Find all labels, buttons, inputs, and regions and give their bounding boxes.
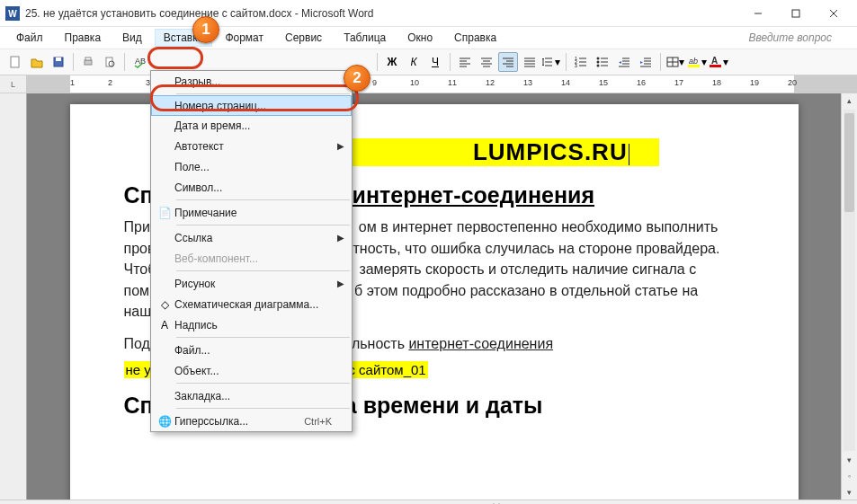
menu-view[interactable]: Вид	[113, 29, 151, 47]
step-badge-2: 2	[344, 65, 370, 92]
align-left-button[interactable]	[455, 52, 475, 72]
save-button[interactable]	[49, 52, 68, 72]
menu-edit[interactable]: Правка	[56, 29, 111, 47]
highlight-color-button[interactable]: ab▾	[687, 52, 707, 72]
svg-text:A: A	[711, 56, 718, 66]
svg-point-40	[597, 61, 600, 64]
menu-item-разрыв[interactable]: Разрыв...	[151, 71, 352, 92]
align-center-button[interactable]	[477, 52, 496, 72]
submenu-arrow-icon: ▶	[337, 279, 348, 288]
menu-separator	[176, 383, 350, 384]
next-page-button[interactable]: ▾	[842, 485, 857, 500]
menu-separator	[176, 199, 350, 200]
borders-button[interactable]: ▾	[665, 52, 685, 72]
minimize-button[interactable]	[740, 1, 776, 26]
underline-button[interactable]: Ч	[425, 52, 445, 72]
align-justify-button[interactable]	[520, 52, 540, 72]
menu-separator	[176, 93, 350, 94]
menu-table[interactable]: Таблица	[335, 29, 395, 47]
svg-point-41	[597, 65, 600, 67]
preview-button[interactable]	[100, 52, 120, 72]
menu-item-рисунок[interactable]: Рисунок▶	[151, 273, 352, 294]
ask-question-box[interactable]: Введите вопрос	[748, 31, 850, 44]
document-area[interactable]: XXXXXXXXXXXXXXXXLUMPICS.RU Спа интернет-…	[27, 93, 841, 500]
menu-item-веб-компонент[interactable]: Веб-компонент...	[151, 248, 352, 269]
menu-item-примечание[interactable]: 📄Примечание	[151, 202, 352, 223]
menu-item-label: Гиперссылка...	[174, 415, 304, 428]
menu-item-icon: ◇	[155, 298, 174, 311]
toolbar: AB Ж К Ч ▾ 123 ▾ ab▾ A▾	[0, 49, 857, 75]
menu-item-закладка[interactable]: Закладка...	[151, 385, 352, 406]
maximize-button[interactable]	[778, 1, 814, 26]
menu-item-label: Примечание	[174, 207, 332, 219]
window-title: 25. не удаётся установить соединение с с…	[25, 7, 740, 20]
menu-window[interactable]: Окно	[398, 29, 442, 47]
svg-rect-57	[688, 65, 700, 67]
open-button[interactable]	[27, 52, 47, 72]
v-ruler[interactable]	[0, 93, 27, 500]
menu-file[interactable]: Файл	[7, 29, 52, 47]
menu-format[interactable]: Формат	[216, 29, 272, 47]
menu-item-label: Объект...	[174, 365, 332, 377]
menu-item-символ[interactable]: Символ...	[151, 177, 352, 198]
titlebar: W 25. не удаётся установить соединение с…	[0, 0, 857, 27]
menu-item-label: Файл...	[174, 344, 332, 357]
menu-item-ссылка[interactable]: Ссылка▶	[151, 227, 352, 248]
scroll-down-button[interactable]: ▾	[842, 453, 857, 467]
svg-rect-8	[56, 57, 61, 61]
prev-page-button[interactable]: ◦	[842, 469, 857, 483]
svg-rect-59	[710, 65, 721, 67]
text-cursor	[629, 144, 629, 165]
scroll-up-button[interactable]: ▴	[842, 93, 857, 108]
bold-button[interactable]: Ж	[382, 52, 402, 72]
menu-item-label: Веб-компонент...	[174, 252, 332, 265]
menu-help[interactable]: Справка	[445, 29, 505, 47]
statusbar: Стр. 1 Разд 1 1/4 На 1,2см Ст 1 Кол 11 З…	[0, 500, 857, 504]
menu-item-label: Разрыв...	[174, 75, 332, 88]
menu-item-надпись[interactable]: AНадпись	[151, 314, 352, 335]
menu-separator	[176, 270, 350, 271]
menu-item-label: Номера страниц...	[174, 100, 331, 112]
menu-item-файл[interactable]: Файл...	[151, 340, 352, 360]
spell-button[interactable]: AB	[129, 52, 149, 72]
numbered-list-button[interactable]: 123	[571, 52, 591, 72]
menu-item-номерастраниц[interactable]: Номера страниц...	[151, 95, 352, 116]
menu-item-схематическаядиаграмма[interactable]: ◇Схематическая диаграмма...	[151, 294, 352, 314]
menu-item-label: Ссылка	[174, 232, 332, 244]
svg-rect-10	[85, 57, 91, 60]
menu-separator	[176, 408, 350, 409]
submenu-arrow-icon: ▶	[337, 233, 348, 243]
step-badge-1: 1	[192, 16, 219, 43]
menu-item-гиперссылка[interactable]: 🌐Гиперссылка...Ctrl+K	[151, 411, 352, 431]
menu-item-shortcut: Ctrl+K	[304, 416, 337, 427]
align-right-button[interactable]	[498, 52, 518, 72]
new-doc-button[interactable]	[5, 52, 25, 72]
decrease-indent-button[interactable]	[614, 52, 634, 72]
vertical-scrollbar[interactable]: ▴ ▾ ◦ ▾	[841, 93, 857, 500]
close-button[interactable]	[816, 1, 852, 26]
menu-tools[interactable]: Сервис	[276, 29, 331, 47]
menu-item-поле[interactable]: Поле...	[151, 156, 352, 177]
scroll-thumb[interactable]	[844, 113, 854, 212]
menu-item-icon: A	[155, 319, 174, 332]
svg-text:ab: ab	[689, 57, 698, 66]
line-spacing-button[interactable]: ▾	[541, 52, 561, 72]
menu-item-датаивремя[interactable]: Дата и время...	[151, 115, 352, 136]
italic-button[interactable]: К	[404, 52, 424, 72]
insert-menu-dropdown: Разрыв...Номера страниц...Дата и время..…	[150, 70, 353, 432]
print-button[interactable]	[78, 52, 98, 72]
svg-point-39	[597, 57, 600, 60]
menu-item-label: Символ...	[174, 181, 332, 194]
svg-text:W: W	[8, 9, 17, 19]
bullet-list-button[interactable]	[593, 52, 612, 72]
font-color-button[interactable]: A▾	[709, 52, 728, 72]
menu-item-label: Поле...	[174, 161, 332, 173]
menu-item-автотекст[interactable]: Автотекст▶	[151, 136, 352, 156]
svg-text:3: 3	[575, 63, 577, 67]
increase-indent-button[interactable]	[636, 52, 656, 72]
menu-item-icon: 📄	[155, 207, 174, 219]
menu-separator	[176, 337, 350, 338]
menu-item-объект[interactable]: Объект...	[151, 360, 352, 381]
menu-separator	[176, 225, 350, 225]
menu-item-label: Дата и время...	[174, 119, 332, 132]
